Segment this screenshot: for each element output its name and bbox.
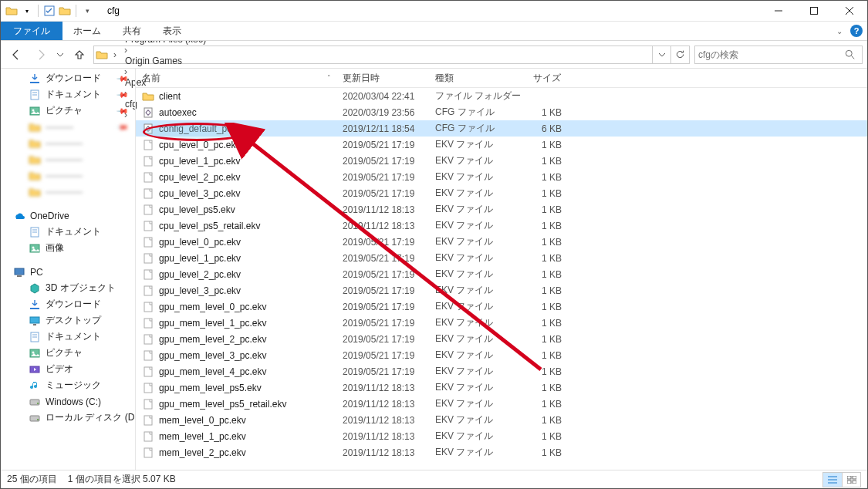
file-size: 1 KB — [522, 269, 568, 280]
table-row[interactable]: gpu_mem_level_1_pc.ekv2019/05/21 17:19EK… — [136, 315, 867, 331]
search-icon[interactable] — [845, 49, 859, 60]
table-row[interactable]: cpu_level_0_pc.ekv2019/05/21 17:19EKV ファ… — [136, 137, 867, 153]
document-icon — [29, 89, 41, 101]
column-size[interactable]: サイズ — [522, 72, 568, 85]
pin-icon: 📌 — [117, 104, 129, 116]
table-row[interactable]: gpu_level_1_pc.ekv2019/05/21 17:19EKV ファ… — [136, 250, 867, 266]
sidebar-item[interactable]: ———— — [1, 184, 135, 200]
file-date: 2019/11/12 18:13 — [336, 415, 429, 426]
search-box[interactable] — [694, 46, 863, 64]
share-tab[interactable]: 共有 — [112, 22, 152, 40]
sort-caret-icon: ˄ — [327, 74, 331, 82]
sidebar-item[interactable]: ダウンロード📌 — [1, 70, 135, 86]
close-button[interactable] — [832, 1, 867, 21]
file-size: 1 KB — [522, 318, 568, 329]
sidebar-item[interactable]: ビデオ — [1, 361, 135, 377]
sidebar-item[interactable]: ミュージック — [1, 377, 135, 393]
file-icon — [142, 430, 154, 443]
file-date: 2019/05/21 17:19 — [336, 237, 429, 248]
minimize-button[interactable] — [761, 1, 796, 21]
column-headers[interactable]: 名前˄ 更新日時 種類 サイズ — [136, 69, 867, 88]
table-row[interactable]: cpu_level_ps5.ekv2019/11/12 18:13EKV ファイ… — [136, 201, 867, 218]
file-tab[interactable]: ファイル — [1, 22, 62, 40]
breadcrumb-segment[interactable]: Origin Games — [120, 56, 225, 66]
table-row[interactable]: cpu_level_3_pc.ekv2019/05/21 17:19EKV ファ… — [136, 185, 867, 201]
table-row[interactable]: cpu_level_2_pc.ekv2019/05/21 17:19EKV ファ… — [136, 169, 867, 185]
home-tab[interactable]: ホーム — [62, 22, 112, 40]
sidebar-item[interactable]: ダウンロード — [1, 296, 135, 312]
sidebar-item[interactable]: OneDrive — [1, 207, 135, 224]
forward-button[interactable] — [30, 44, 52, 66]
file-size: 1 KB — [522, 107, 568, 118]
view-tab[interactable]: 表示 — [152, 22, 192, 40]
sidebar-item[interactable]: デスクトップ — [1, 312, 135, 329]
qa-props-icon[interactable] — [43, 5, 56, 17]
chevron-right-icon[interactable]: › — [110, 46, 120, 63]
chevron-right-icon[interactable]: › — [120, 45, 131, 56]
table-row[interactable]: gpu_mem_level_0_pc.ekv2019/05/21 17:19EK… — [136, 298, 867, 315]
refresh-button[interactable] — [670, 46, 689, 63]
table-row[interactable]: mem_level_2_pc.ekv2019/11/12 18:13EKV ファ… — [136, 444, 867, 460]
sidebar-item[interactable]: 3D オブジェクト — [1, 280, 135, 296]
table-row[interactable]: mem_level_1_pc.ekv2019/11/12 18:13EKV ファ… — [136, 428, 867, 444]
sidebar-item[interactable]: ———📌 — [1, 119, 135, 135]
file-type: EKV ファイル — [429, 284, 522, 297]
qa-icon[interactable]: ▾ — [21, 5, 33, 17]
table-row[interactable]: gpu_mem_level_2_pc.ekv2019/05/21 17:19EK… — [136, 331, 867, 347]
up-button[interactable] — [69, 44, 90, 66]
help-icon[interactable]: ? — [850, 25, 863, 37]
sidebar-item[interactable]: ———— — [1, 167, 135, 184]
table-row[interactable]: gpu_level_3_pc.ekv2019/05/21 17:19EKV ファ… — [136, 282, 867, 298]
table-row[interactable]: mem_level_0_pc.ekv2019/11/12 18:13EKV ファ… — [136, 412, 867, 428]
address-dropdown[interactable] — [652, 46, 670, 63]
table-row[interactable]: gpu_mem_level_3_pc.ekv2019/05/21 17:19EK… — [136, 347, 867, 363]
table-row[interactable]: cpu_level_1_pc.ekv2019/05/21 17:19EKV ファ… — [136, 153, 867, 169]
sidebar-item-label: ピクチャ — [46, 346, 83, 359]
svg-rect-45 — [144, 270, 152, 279]
svg-point-30 — [37, 403, 39, 404]
navigation-pane[interactable]: ダウンロード📌ドキュメント📌ピクチャ📌———📌————————————————O… — [1, 69, 136, 470]
pin-icon: 📌 — [117, 120, 129, 133]
file-size: 1 KB — [522, 285, 568, 296]
file-date: 2019/11/12 18:13 — [336, 399, 429, 410]
column-date[interactable]: 更新日時 — [336, 72, 429, 85]
back-button[interactable] — [5, 44, 27, 66]
table-row[interactable]: client2020/03/04 22:41ファイル フォルダー — [136, 88, 867, 104]
details-view-button[interactable] — [823, 473, 842, 487]
table-row[interactable]: gpu_level_0_pc.ekv2019/05/21 17:19EKV ファ… — [136, 234, 867, 250]
table-row[interactable]: cpu_level_ps5_retail.ekv2019/11/12 18:13… — [136, 218, 867, 234]
sidebar-item-label: ———— — [46, 170, 83, 181]
table-row[interactable]: gpu_level_2_pc.ekv2019/05/21 17:19EKV ファ… — [136, 266, 867, 282]
folder-blur-icon — [29, 137, 41, 150]
sidebar-item[interactable]: ———— — [1, 151, 135, 167]
table-row[interactable]: config_default_pc2019/12/11 18:54CFG ファイ… — [136, 120, 867, 137]
sidebar-item[interactable]: ———— — [1, 135, 135, 151]
maximize-button[interactable] — [796, 1, 832, 21]
file-icon — [142, 447, 154, 459]
sidebar-item[interactable]: Windows (C:) — [1, 393, 135, 410]
ribbon-expand-icon[interactable]: ⌄ — [836, 27, 843, 35]
sidebar-item[interactable]: ドキュメント📌 — [1, 86, 135, 103]
sidebar-item[interactable]: ローカル ディスク (D — [1, 410, 135, 426]
folder-blur-icon — [29, 121, 41, 133]
address-bar[interactable]: › PC›ローカル ディスク (D:)›Program Files (x86)›… — [93, 46, 690, 64]
table-row[interactable]: gpu_mem_level_4_pc.ekv2019/05/21 17:19EK… — [136, 363, 867, 379]
sidebar-item[interactable]: PC — [1, 264, 135, 280]
column-name[interactable]: 名前˄ — [136, 72, 336, 85]
sidebar-item[interactable]: ドキュメント — [1, 329, 135, 345]
sidebar-item[interactable]: 画像 — [1, 240, 135, 256]
recent-dropdown[interactable] — [55, 44, 66, 66]
thumbnails-view-button[interactable] — [842, 473, 860, 487]
column-type[interactable]: 種類 — [429, 72, 522, 85]
search-input[interactable] — [698, 49, 845, 60]
file-date: 2019/05/21 17:19 — [336, 253, 429, 264]
file-size: 1 KB — [522, 366, 568, 377]
sidebar-item[interactable]: ピクチャ — [1, 345, 135, 361]
table-row[interactable]: autoexec2020/03/19 23:56CFG ファイル1 KB — [136, 104, 867, 120]
file-name: mem_level_1_pc.ekv — [159, 431, 246, 442]
table-row[interactable]: gpu_mem_level_ps5_retail.ekv2019/11/12 1… — [136, 396, 867, 412]
qa-dropdown-icon[interactable]: ▾ — [81, 5, 93, 17]
table-row[interactable]: gpu_mem_level_ps5.ekv2019/11/12 18:13EKV… — [136, 379, 867, 396]
sidebar-item[interactable]: ドキュメント — [1, 224, 135, 240]
sidebar-item[interactable]: ピクチャ📌 — [1, 103, 135, 119]
